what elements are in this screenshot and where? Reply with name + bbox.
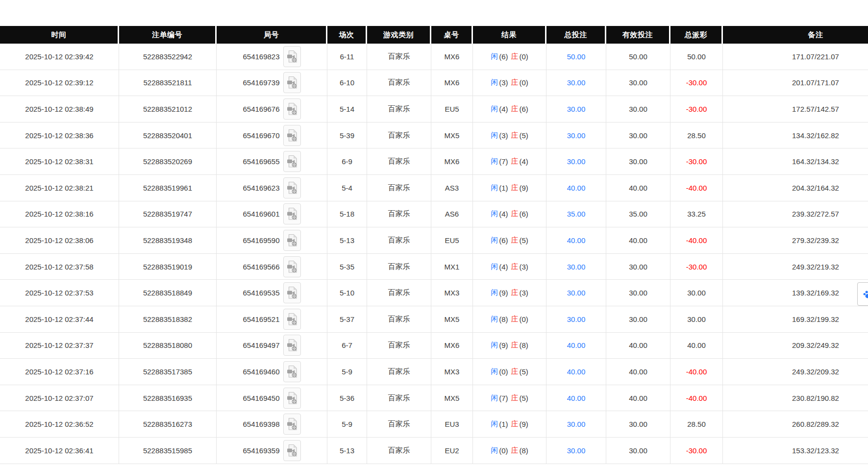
total-bet-link[interactable]: 40.00 xyxy=(567,394,586,402)
banker-result-label: 庄 xyxy=(511,446,519,455)
table-header-row: 时间注单编号局号场次游戏类别桌号结果总投注有效投注总派彩备注 xyxy=(0,26,868,44)
banker-score: (4) xyxy=(520,157,528,166)
total-bet-link[interactable]: 30.00 xyxy=(567,446,586,455)
cell-game-type: 百家乐 xyxy=(367,175,431,201)
cell-result: 闲(0) 庄(5) xyxy=(473,359,546,385)
cell-round-id: 654169359 xyxy=(217,438,327,464)
video-replay-button[interactable] xyxy=(283,46,301,67)
cell-total-bet: 40.00 xyxy=(546,333,606,359)
player-score: (9) xyxy=(499,289,508,297)
payout-value: -30.00 xyxy=(686,157,707,166)
video-replay-button[interactable] xyxy=(283,151,301,172)
table-row: 2025-10-12 02:39:42 522883522942 6541698… xyxy=(0,44,868,70)
cell-result: 闲(6) 庄(5) xyxy=(473,227,546,253)
video-replay-button[interactable] xyxy=(283,177,301,198)
video-replay-button[interactable] xyxy=(283,230,301,251)
table-row: 2025-10-12 02:37:16 522883517385 6541694… xyxy=(0,359,868,385)
total-bet-link[interactable]: 50.00 xyxy=(567,52,586,61)
table-row: 2025-10-12 02:37:58 522883519019 6541695… xyxy=(0,254,868,280)
total-bet-link[interactable]: 40.00 xyxy=(567,368,586,376)
banker-score: (5) xyxy=(520,236,528,245)
total-bet-link[interactable]: 30.00 xyxy=(567,157,586,166)
video-replay-button[interactable] xyxy=(283,309,301,330)
cell-session: 6-9 xyxy=(327,148,367,174)
banker-result-label: 庄 xyxy=(511,52,519,61)
video-replay-button[interactable] xyxy=(283,388,301,409)
banker-score: (5) xyxy=(520,368,528,376)
video-replay-button[interactable] xyxy=(283,282,301,303)
payout-value: 28.50 xyxy=(687,131,706,140)
total-bet-link[interactable]: 30.00 xyxy=(567,263,586,271)
cell-remark: 201.07/171.07 xyxy=(723,70,868,96)
cell-game-type: 百家乐 xyxy=(367,123,431,148)
video-replay-icon xyxy=(287,234,298,247)
payout-value: 50.00 xyxy=(687,52,706,61)
player-score: (3) xyxy=(499,78,508,87)
column-header-game_type: 游戏类别 xyxy=(367,26,431,44)
column-header-round_id: 局号 xyxy=(217,26,327,44)
total-bet-link[interactable]: 40.00 xyxy=(567,236,586,245)
cell-table-no: MX6 xyxy=(431,333,473,359)
video-replay-button[interactable] xyxy=(283,98,301,120)
player-result-label: 闲 xyxy=(491,52,498,61)
banker-score: (6) xyxy=(520,105,528,113)
banker-score: (0) xyxy=(520,78,528,87)
cell-bet-id: 522883517385 xyxy=(119,359,217,385)
cell-payout: 30.00 xyxy=(670,280,723,306)
cell-time: 2025-10-12 02:38:36 xyxy=(0,123,119,148)
cell-bet-id: 522883515985 xyxy=(119,438,217,464)
total-bet-link[interactable]: 30.00 xyxy=(567,420,586,428)
cell-total-bet: 30.00 xyxy=(546,280,606,306)
cell-time: 2025-10-12 02:37:44 xyxy=(0,306,119,332)
video-replay-icon xyxy=(287,102,298,116)
cell-time: 2025-10-12 02:37:07 xyxy=(0,385,119,411)
video-replay-button[interactable] xyxy=(283,256,301,277)
video-replay-button[interactable] xyxy=(283,335,301,356)
total-bet-link[interactable]: 30.00 xyxy=(567,78,586,87)
cell-payout: -30.00 xyxy=(670,96,723,122)
video-replay-button[interactable] xyxy=(283,361,301,382)
cell-game-type: 百家乐 xyxy=(367,70,431,96)
cell-valid-bet: 40.00 xyxy=(606,175,670,201)
cell-round-id: 654169450 xyxy=(217,385,327,411)
cell-time: 2025-10-12 02:36:41 xyxy=(0,438,119,464)
cell-table-no: MX3 xyxy=(431,280,473,306)
cell-game-type: 百家乐 xyxy=(367,411,431,437)
total-bet-link[interactable]: 40.00 xyxy=(567,341,586,349)
floating-paw-button[interactable] xyxy=(857,282,868,306)
cell-result: 闲(9) 庄(8) xyxy=(473,333,546,359)
banker-score: (9) xyxy=(520,184,528,192)
column-header-table_no: 桌号 xyxy=(431,26,473,44)
video-replay-button[interactable] xyxy=(283,414,301,435)
video-replay-icon xyxy=(287,313,298,326)
cell-bet-id: 522883518849 xyxy=(119,280,217,306)
video-replay-button[interactable] xyxy=(283,440,301,461)
payout-value: 28.50 xyxy=(687,420,706,428)
video-replay-button[interactable] xyxy=(283,125,301,146)
cell-table-no: AS3 xyxy=(431,175,473,201)
total-bet-link[interactable]: 35.00 xyxy=(567,210,586,218)
cell-bet-id: 522883520269 xyxy=(119,148,217,174)
banker-result-label: 庄 xyxy=(511,367,519,376)
cell-game-type: 百家乐 xyxy=(367,280,431,306)
cell-remark: 204.32/164.32 xyxy=(723,175,868,201)
total-bet-link[interactable]: 30.00 xyxy=(567,315,586,323)
total-bet-link[interactable]: 40.00 xyxy=(567,184,586,192)
banker-result-label: 庄 xyxy=(511,78,519,87)
total-bet-link[interactable]: 30.00 xyxy=(567,105,586,113)
cell-table-no: MX5 xyxy=(431,306,473,332)
cell-game-type: 百家乐 xyxy=(367,254,431,280)
column-header-session: 场次 xyxy=(327,26,367,44)
player-score: (1) xyxy=(499,420,508,428)
video-replay-button[interactable] xyxy=(283,72,301,93)
cell-valid-bet: 30.00 xyxy=(606,96,670,122)
total-bet-link[interactable]: 30.00 xyxy=(567,289,586,297)
video-replay-button[interactable] xyxy=(283,203,301,224)
cell-payout: 40.00 xyxy=(670,333,723,359)
player-result-label: 闲 xyxy=(491,131,498,140)
total-bet-link[interactable]: 30.00 xyxy=(567,131,586,140)
payout-value: -40.00 xyxy=(686,394,707,402)
banker-result-label: 庄 xyxy=(511,262,519,271)
player-result-label: 闲 xyxy=(491,315,498,324)
cell-remark: 279.32/239.32 xyxy=(723,227,868,253)
